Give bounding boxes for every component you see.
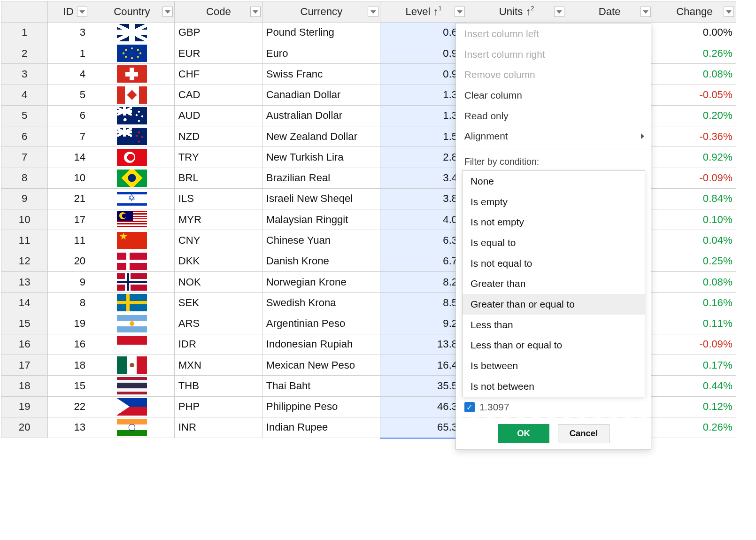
row-header[interactable]: 5 [1,105,47,126]
cell-level[interactable]: 2.86 [380,147,467,168]
cell-change[interactable]: -0.05% [653,85,736,105]
cell-level[interactable]: 4.09 [380,209,467,230]
cell-currency[interactable]: New Zealand Dollar [262,126,380,147]
cell-code[interactable]: EUR [175,43,262,63]
cell-change[interactable]: -0.09% [653,334,736,355]
cell-currency[interactable]: Chinese Yuan [262,230,380,251]
cell-code[interactable]: ARS [175,313,262,334]
cell-id[interactable]: 4 [47,64,89,85]
cell-country-flag[interactable] [89,230,175,251]
condition-option[interactable]: Is not between [463,376,645,397]
cell-code[interactable]: BRL [175,168,262,188]
cell-currency[interactable]: Canadian Dollar [262,85,380,105]
cell-change[interactable]: 0.12% [653,396,736,417]
filter-icon[interactable] [77,7,87,17]
cell-level[interactable]: 13.83 [380,334,467,355]
cell-change[interactable]: 0.17% [653,355,736,375]
filter-value-row[interactable]: ✓ 1.3097 [456,397,651,418]
row-header[interactable]: 7 [1,147,47,168]
cell-country-flag[interactable] [89,147,175,168]
cell-level[interactable]: 6.39 [380,230,467,251]
filter-icon[interactable] [250,7,261,17]
cell-change[interactable]: 0.26% [653,417,736,438]
col-header-id[interactable]: ID [47,1,89,22]
cell-change[interactable]: 0.25% [653,251,736,271]
cell-id[interactable]: 6 [47,105,89,126]
cell-level[interactable]: 8.52 [380,293,467,313]
cell-id[interactable]: 9 [47,271,89,292]
cell-currency[interactable]: Danish Krone [262,251,380,271]
condition-select[interactable]: NoneIs emptyIs not emptyIs equal toIs no… [462,170,645,397]
cell-code[interactable]: MYR [175,209,262,230]
cell-level[interactable]: 1.35 [380,105,467,126]
filter-checkbox[interactable]: ✓ [464,402,475,412]
cell-change[interactable]: 0.11% [653,313,736,334]
cell-country-flag[interactable] [89,313,175,334]
cell-country-flag[interactable] [89,43,175,63]
cell-code[interactable]: IDR [175,334,262,355]
cell-currency[interactable]: Indian Rupee [262,417,380,438]
row-header[interactable]: 13 [1,271,47,292]
filter-icon[interactable] [162,7,173,17]
cell-id[interactable]: 1 [47,43,89,63]
cell-code[interactable]: CNY [175,230,262,251]
filter-icon[interactable] [455,7,465,17]
condition-option[interactable]: Greater than or equal to [463,294,645,315]
cell-change[interactable]: 0.20% [653,105,736,126]
cell-id[interactable]: 8 [47,293,89,313]
row-header[interactable]: 16 [1,334,47,355]
cell-country-flag[interactable] [89,376,175,396]
cell-level[interactable]: 0.97 [380,64,467,85]
cell-code[interactable]: INR [175,417,262,438]
cell-country-flag[interactable] [89,188,175,209]
row-header[interactable]: 15 [1,313,47,334]
cell-currency[interactable]: New Turkish Lira [262,147,380,168]
cell-country-flag[interactable] [89,105,175,126]
cell-change[interactable]: 0.08% [653,64,736,85]
cell-level[interactable]: 3.48 [380,168,467,188]
filter-icon[interactable] [724,7,734,17]
cell-currency[interactable]: Philippine Peso [262,396,380,417]
cell-level[interactable]: 46.31 [380,396,467,417]
cell-code[interactable]: GBP [175,22,262,43]
col-header-country[interactable]: Country [89,1,175,22]
cell-change[interactable]: 0.84% [653,188,736,209]
cell-code[interactable]: PHP [175,396,262,417]
cell-currency[interactable]: Swedish Krona [262,293,380,313]
cell-currency[interactable]: Israeli New Sheqel [262,188,380,209]
cell-country-flag[interactable] [89,396,175,417]
condition-option[interactable]: Is not equal to [463,253,645,274]
cell-change[interactable]: 0.16% [653,293,736,313]
condition-option[interactable]: Is between [463,355,645,376]
condition-option[interactable]: Is empty [463,192,645,212]
cell-country-flag[interactable] [89,355,175,375]
menu-insert-col-left[interactable]: Insert column left [456,23,651,44]
filter-icon[interactable] [554,7,564,17]
cell-change[interactable]: -0.09% [653,168,736,188]
row-header[interactable]: 4 [1,85,47,105]
cell-currency[interactable]: Norwegian Krone [262,271,380,292]
row-header[interactable]: 18 [1,376,47,396]
cell-id[interactable]: 16 [47,334,89,355]
col-header-date[interactable]: Date [566,1,653,22]
cell-currency[interactable]: Malaysian Ringgit [262,209,380,230]
cell-id[interactable]: 21 [47,188,89,209]
cell-change[interactable]: 0.04% [653,230,736,251]
cell-code[interactable]: SEK [175,293,262,313]
cell-code[interactable]: THB [175,376,262,396]
cell-country-flag[interactable] [89,64,175,85]
cell-id[interactable]: 5 [47,85,89,105]
corner-cell[interactable] [1,1,47,22]
cell-change[interactable]: 0.92% [653,147,736,168]
cell-level[interactable]: 3.82 [380,188,467,209]
cell-level[interactable]: 65.37 [380,417,467,438]
condition-option[interactable]: Less than or equal to [463,335,645,356]
col-header-change[interactable]: Change [653,1,736,22]
cell-code[interactable]: AUD [175,105,262,126]
row-header[interactable]: 3 [1,64,47,85]
condition-option[interactable]: Is not empty [463,212,645,233]
row-header[interactable]: 8 [1,168,47,188]
cell-id[interactable]: 17 [47,209,89,230]
cell-code[interactable]: NZD [175,126,262,147]
cell-id[interactable]: 14 [47,147,89,168]
